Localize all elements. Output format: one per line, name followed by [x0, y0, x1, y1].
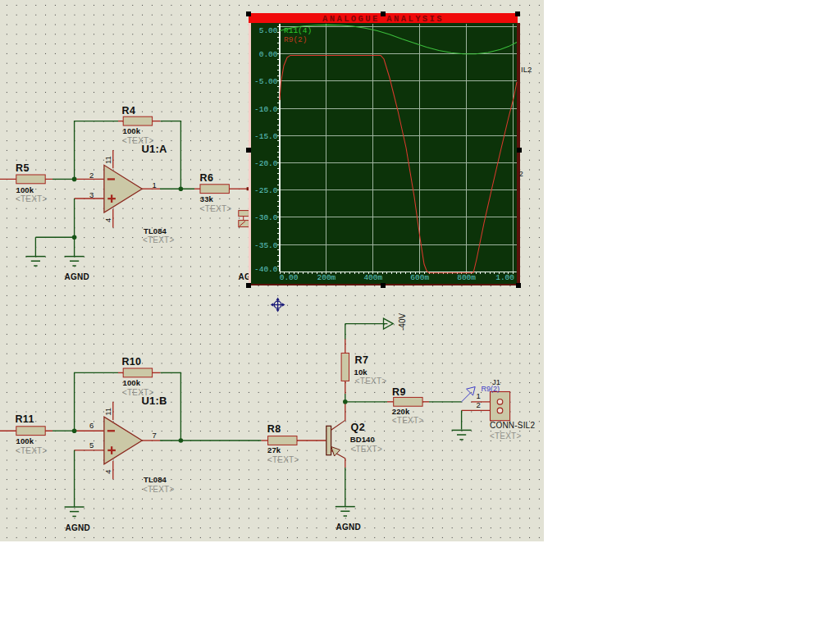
svg-text:3: 3: [89, 190, 94, 199]
svg-text:R6: R6: [200, 172, 214, 184]
svg-text:6: 6: [89, 421, 94, 430]
svg-text:AGND: AGND: [336, 523, 362, 532]
svg-text:<TEXT>: <TEXT>: [355, 377, 386, 386]
svg-text:4: 4: [103, 218, 112, 222]
svg-text:11: 11: [103, 408, 112, 416]
svg-text:<TEXT>: <TEXT>: [490, 431, 521, 441]
svg-text:<TEXT>: <TEXT>: [143, 235, 174, 244]
svg-text:400m: 400m: [363, 273, 382, 282]
svg-text:IL2: IL2: [521, 65, 532, 74]
svg-text:2: 2: [519, 169, 523, 178]
svg-text:R9(2): R9(2): [482, 385, 500, 393]
svg-text:100k: 100k: [123, 126, 141, 135]
svg-text:<TEXT>: <TEXT>: [200, 204, 231, 213]
svg-text:-40.0: -40.0: [254, 265, 278, 274]
svg-text:TL084: TL084: [144, 475, 167, 484]
svg-text:U1:B: U1:B: [142, 395, 167, 407]
svg-text:R11(4): R11(4): [284, 26, 312, 35]
svg-text:R7: R7: [355, 354, 369, 366]
svg-text:<TEXT>: <TEXT>: [267, 455, 299, 464]
svg-text:TL084: TL084: [144, 226, 167, 235]
svg-text:R9(2): R9(2): [284, 35, 308, 44]
svg-text:<TEXT>: <TEXT>: [16, 446, 47, 455]
svg-text:-15.0: -15.0: [254, 132, 278, 141]
svg-text:R9: R9: [392, 386, 406, 398]
svg-text:600m: 600m: [410, 273, 429, 282]
svg-text:-40V: -40V: [398, 313, 407, 331]
svg-text:33k: 33k: [200, 194, 214, 203]
svg-text:-5.00: -5.00: [254, 77, 278, 86]
svg-text:R10: R10: [122, 356, 142, 368]
svg-text:5: 5: [89, 441, 94, 450]
svg-text:100k: 100k: [16, 185, 34, 194]
svg-text:<TEXT>: <TEXT>: [351, 445, 382, 454]
svg-text:R11: R11: [16, 413, 34, 425]
svg-text:7: 7: [153, 431, 157, 440]
svg-text:10k: 10k: [354, 368, 368, 377]
svg-text:Q2: Q2: [351, 422, 366, 433]
svg-text:220k: 220k: [392, 407, 410, 416]
svg-text:4: 4: [103, 470, 112, 474]
svg-text:AGND: AGND: [66, 523, 91, 532]
svg-text:-35.0: -35.0: [254, 241, 278, 250]
svg-text:5.00: 5.00: [259, 26, 278, 35]
svg-text:R8: R8: [267, 423, 281, 435]
svg-text:800m: 800m: [457, 273, 476, 282]
svg-text:100k: 100k: [123, 378, 141, 387]
svg-text:100k: 100k: [16, 436, 34, 445]
svg-text:-10.0: -10.0: [254, 105, 278, 114]
svg-text:2: 2: [89, 171, 94, 180]
svg-text:-30.0: -30.0: [254, 213, 278, 222]
svg-text:R5: R5: [16, 162, 30, 174]
svg-text:<TEXT>: <TEXT>: [392, 416, 423, 425]
svg-text:27k: 27k: [267, 445, 281, 454]
svg-text:-20.0: -20.0: [254, 159, 278, 168]
svg-text:1: 1: [477, 391, 481, 400]
svg-text:<TEXT>: <TEXT>: [143, 485, 174, 494]
svg-text:200m: 200m: [317, 273, 336, 282]
svg-text:0.00: 0.00: [280, 273, 299, 282]
svg-text:BD140: BD140: [350, 435, 375, 444]
svg-text:R4: R4: [122, 105, 136, 116]
svg-text:AGND: AGND: [65, 272, 90, 281]
svg-text:1: 1: [153, 180, 157, 189]
svg-text:CONN-SIL2: CONN-SIL2: [490, 421, 535, 430]
svg-text:1.00: 1.00: [495, 273, 514, 282]
svg-text:-25.0: -25.0: [254, 186, 278, 195]
svg-text:<TEXT>: <TEXT>: [16, 194, 47, 203]
svg-text:0.00: 0.00: [259, 50, 278, 59]
svg-text:U1:A: U1:A: [142, 143, 168, 155]
svg-text:2: 2: [477, 400, 481, 409]
svg-text:11: 11: [103, 156, 112, 164]
